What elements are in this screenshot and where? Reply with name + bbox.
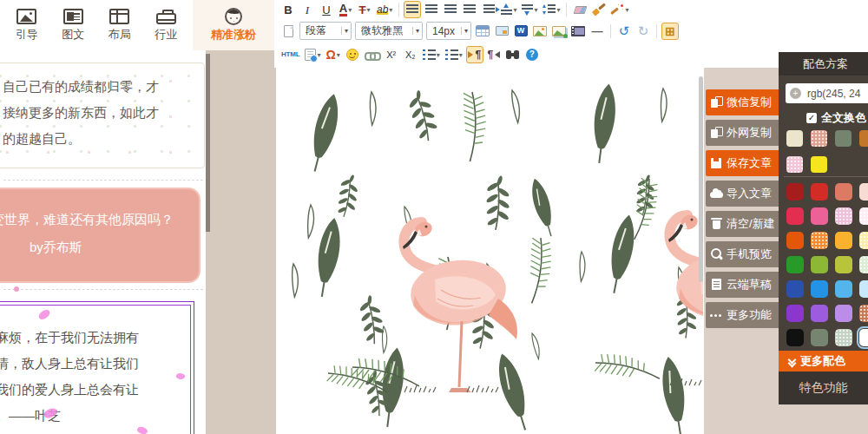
paragraph-select[interactable]: 段落▾ — [299, 22, 352, 40]
phone-preview-button[interactable]: 手机预览 — [706, 241, 782, 267]
palette-color-swatch[interactable] — [786, 280, 804, 298]
paragraph-spacing-bottom[interactable]: ▾ — [520, 1, 539, 18]
palette-color-swatch[interactable] — [811, 207, 828, 225]
palette-color-swatch[interactable] — [835, 232, 852, 249]
external-copy-button[interactable]: 外网复制 — [706, 120, 782, 146]
find-replace[interactable] — [504, 46, 522, 63]
theme-color-swatch[interactable] — [835, 130, 852, 147]
unordered-list[interactable]: ▾ — [444, 46, 464, 63]
template-card-quote-3[interactable]: 麻烦，在于我们无法拥有 情，敌人身上总有让我们 我们的爱人身上总会有让 。——叶… — [0, 301, 194, 434]
insert-image[interactable] — [531, 23, 549, 40]
format-brush[interactable] — [590, 1, 608, 18]
nav-item-guide[interactable]: 引导 — [5, 9, 49, 43]
precise-fans-button[interactable]: 精准涨粉 — [193, 0, 274, 50]
align-right[interactable] — [442, 1, 459, 18]
highlight-pen[interactable]: ab▾ — [375, 1, 394, 18]
special-features-section[interactable]: 特色功能 — [779, 372, 868, 404]
palette-color-swatch[interactable] — [811, 329, 828, 346]
font-family-select[interactable]: 微软雅黑▾ — [355, 22, 423, 40]
ordered-list[interactable]: ▾ — [421, 46, 442, 63]
paragraph-spacing-top[interactable]: ▾ — [499, 1, 518, 18]
more-functions-button[interactable]: 更多功能 — [706, 302, 782, 328]
palette-color-swatch[interactable] — [835, 183, 852, 201]
bold[interactable]: B — [279, 1, 297, 18]
fullscreen[interactable]: ⊞ — [661, 23, 679, 40]
template-card-quote-1[interactable]: 自己已有的成绩都归零，才 接纳更多的新东西，如此才 的超越自己。 — [0, 62, 205, 168]
palette-color-swatch[interactable] — [859, 207, 868, 225]
insert-divider[interactable]: — — [589, 23, 606, 40]
theme-color-swatch[interactable] — [859, 130, 868, 147]
palette-color-swatch[interactable] — [859, 256, 868, 273]
superscript[interactable]: X² — [383, 46, 400, 63]
more-colors-button[interactable]: 更多配色 — [779, 351, 868, 372]
strikethrough-color[interactable]: T▾ — [356, 1, 373, 18]
hyperlink[interactable] — [363, 46, 381, 63]
insert-album[interactable] — [550, 23, 568, 40]
italic[interactable]: I — [299, 1, 316, 18]
editor-canvas[interactable] — [276, 68, 703, 434]
special-character[interactable]: Ω▾ — [324, 46, 341, 63]
align-justify[interactable] — [461, 1, 478, 18]
import-article-button[interactable]: 导入文章 — [706, 181, 782, 207]
palette-color-swatch[interactable] — [835, 207, 852, 225]
palette-color-swatch[interactable] — [811, 232, 828, 249]
paragraph-rtl[interactable]: ¶ — [485, 46, 503, 63]
palette-color-swatch[interactable] — [859, 305, 868, 322]
cloud-draft-button[interactable]: 云端草稿 — [706, 272, 782, 298]
redo[interactable]: ↻ — [635, 23, 652, 40]
paragraph-ltr[interactable]: ¶ — [466, 46, 483, 63]
palette-color-swatch[interactable] — [811, 183, 828, 201]
undo[interactable]: ↺ — [615, 23, 633, 40]
palette-color-swatch[interactable] — [835, 329, 852, 346]
nav-item-article[interactable]: 图文 — [51, 9, 95, 43]
palette-color-swatch[interactable] — [786, 305, 804, 322]
palette-color-swatch[interactable] — [786, 256, 804, 273]
import-word[interactable]: W — [512, 23, 529, 40]
page-properties[interactable]: ▾ — [303, 46, 322, 63]
color-value-input[interactable]: + rgb(245, 24 — [786, 83, 868, 103]
recolor-all-toggle[interactable]: ✓ 全文换色 — [779, 110, 868, 126]
template-card-quote-2[interactable]: 变世界，难道还有其他原因吗？ by乔布斯 — [0, 187, 201, 283]
theme-color-swatch[interactable] — [811, 156, 827, 173]
help[interactable]: ? — [523, 46, 541, 63]
palette-color-swatch[interactable] — [811, 305, 828, 322]
align-left[interactable] — [404, 1, 421, 18]
format-eraser[interactable] — [571, 1, 589, 18]
sidebar-scrollbar[interactable] — [206, 54, 210, 232]
font-color[interactable]: A▾ — [337, 1, 354, 18]
palette-color-swatch[interactable] — [835, 256, 852, 273]
theme-color-swatch[interactable] — [811, 130, 827, 147]
clear-new-button[interactable]: 清空/新建 — [706, 211, 782, 237]
insert-table[interactable] — [474, 23, 491, 40]
palette-color-swatch[interactable] — [786, 232, 804, 249]
palette-color-swatch[interactable] — [811, 256, 828, 273]
color-picker-icon[interactable]: + — [790, 88, 801, 99]
font-size-select[interactable]: 14px▾ — [426, 22, 471, 40]
emoji[interactable] — [344, 46, 361, 63]
palette-color-swatch[interactable] — [786, 183, 804, 201]
line-height[interactable]: ▾ — [541, 1, 562, 18]
one-key-typeset[interactable]: ▾ — [609, 1, 630, 18]
palette-color-swatch[interactable] — [859, 232, 868, 249]
palette-color-swatch[interactable] — [835, 280, 852, 298]
theme-color-swatch[interactable] — [786, 156, 803, 173]
align-center[interactable] — [423, 1, 440, 18]
palette-color-swatch[interactable] — [786, 207, 804, 225]
wechat-copy-button[interactable]: 微信复制 — [706, 89, 782, 115]
checkbox-checked-icon[interactable]: ✓ — [806, 113, 817, 123]
nav-item-layout[interactable]: 布局 — [98, 9, 141, 43]
palette-color-swatch[interactable] — [835, 305, 852, 322]
palette-color-swatch[interactable] — [859, 329, 868, 346]
subscript[interactable]: X₂ — [402, 46, 419, 63]
canvas-scrollbar[interactable] — [699, 76, 703, 282]
palette-color-swatch[interactable] — [859, 280, 868, 298]
nav-item-industry[interactable]: 行业 — [144, 9, 187, 43]
save-article-button[interactable]: 保存文章 — [706, 150, 782, 176]
theme-color-swatch[interactable] — [786, 130, 803, 147]
html-source[interactable]: HTML — [279, 46, 301, 63]
collect-material[interactable] — [493, 23, 510, 40]
indent-paragraph[interactable] — [480, 1, 497, 18]
palette-color-swatch[interactable] — [859, 183, 868, 201]
palette-color-swatch[interactable] — [786, 329, 804, 346]
insert-video[interactable] — [569, 23, 587, 40]
